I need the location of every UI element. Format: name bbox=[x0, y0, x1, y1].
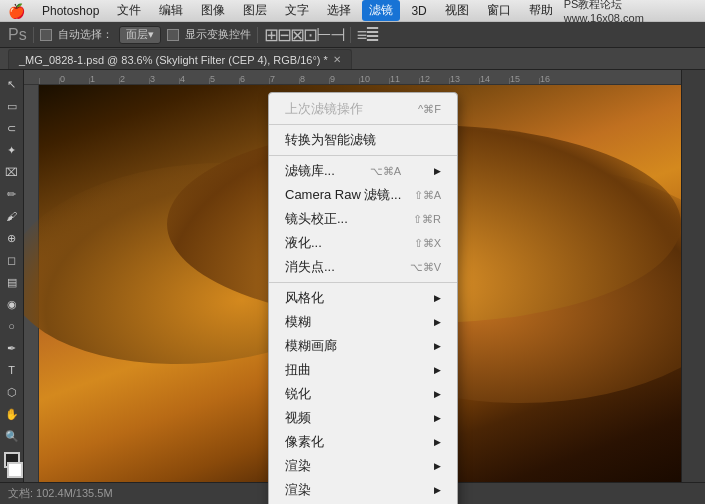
tool-wand[interactable]: ✦ bbox=[2, 140, 22, 160]
menu-edit[interactable]: 编辑 bbox=[152, 0, 190, 21]
menu-layer[interactable]: 图层 bbox=[236, 0, 274, 21]
menu-video[interactable]: 视频 bbox=[269, 406, 457, 430]
toolbar-divider-3 bbox=[350, 27, 351, 43]
menu-distort[interactable]: 扭曲 bbox=[269, 358, 457, 382]
menu-camera-raw[interactable]: Camera Raw 滤镜... ⇧⌘A bbox=[269, 183, 457, 207]
menu-help[interactable]: 帮助 bbox=[522, 0, 560, 21]
app-name-right: PS教程论坛 www.16x08.com bbox=[564, 0, 697, 24]
menu-3d[interactable]: 3D bbox=[404, 2, 433, 20]
tab-close-icon[interactable]: ✕ bbox=[333, 54, 341, 65]
apple-menu[interactable]: 🍎 bbox=[8, 3, 25, 19]
menu-vanishing-point[interactable]: 消失点... ⌥⌘V bbox=[269, 255, 457, 279]
align-icons: ⊞⊟⊠⊡⊢⊣ bbox=[264, 24, 344, 46]
auto-select-label: 自动选择： bbox=[40, 27, 113, 42]
filter-dropdown[interactable]: 上次滤镜操作 ^⌘F 转换为智能滤镜 滤镜库... ⌥⌘A Camera Raw… bbox=[268, 92, 458, 504]
menu-liquify[interactable]: 液化... ⇧⌘X bbox=[269, 231, 457, 255]
ruler-h-ticks: 0 1 2 3 4 5 6 7 8 9 10 11 12 13 14 15 16 bbox=[39, 70, 569, 84]
tool-dodge[interactable]: ○ bbox=[2, 316, 22, 336]
menu-filter-gallery[interactable]: 滤镜库... ⌥⌘A bbox=[269, 159, 457, 183]
tool-path[interactable]: ⬡ bbox=[2, 382, 22, 402]
tool-blur[interactable]: ◉ bbox=[2, 294, 22, 314]
tab-bar: _MG_0828-1.psd @ 83.6% (Skylight Filter … bbox=[0, 48, 705, 70]
menu-window[interactable]: 窗口 bbox=[480, 0, 518, 21]
tool-gradient[interactable]: ▤ bbox=[2, 272, 22, 292]
ruler-horizontal: 0 1 2 3 4 5 6 7 8 9 10 11 12 13 14 15 16 bbox=[24, 70, 681, 85]
tool-stamp[interactable]: ⊕ bbox=[2, 228, 22, 248]
tool-eraser[interactable]: ◻ bbox=[2, 250, 22, 270]
menu-lens-correction[interactable]: 镜头校正... ⇧⌘R bbox=[269, 207, 457, 231]
menu-photoshop[interactable]: Photoshop bbox=[35, 2, 106, 20]
auto-select-checkbox[interactable] bbox=[40, 29, 52, 41]
menu-text[interactable]: 文字 bbox=[278, 0, 316, 21]
tool-brush[interactable]: 🖌 bbox=[2, 206, 22, 226]
tool-zoom[interactable]: 🔍 bbox=[2, 426, 22, 446]
toolbar-divider-2 bbox=[257, 27, 258, 43]
sep-2 bbox=[269, 155, 457, 156]
mac-menubar: 🍎 Photoshop 文件 编辑 图像 图层 文字 选择 滤镜 3D 视图 窗… bbox=[0, 0, 705, 22]
menu-view[interactable]: 视图 bbox=[438, 0, 476, 21]
menu-last-filter[interactable]: 上次滤镜操作 ^⌘F bbox=[269, 97, 457, 121]
tool-lasso[interactable]: ⊂ bbox=[2, 118, 22, 138]
sep-3 bbox=[269, 282, 457, 283]
menu-select[interactable]: 选择 bbox=[320, 0, 358, 21]
tool-move[interactable]: ↖ bbox=[2, 74, 22, 94]
menu-color[interactable]: 渲染 bbox=[269, 478, 457, 502]
menu-stylize[interactable]: 风格化 bbox=[269, 286, 457, 310]
menu-pixelate[interactable]: 像素化 bbox=[269, 430, 457, 454]
background-color[interactable] bbox=[7, 462, 23, 478]
menu-render[interactable]: 渲染 bbox=[269, 454, 457, 478]
auto-select-dropdown[interactable]: 面层 ▾ bbox=[119, 26, 161, 44]
tab-label: _MG_0828-1.psd @ 83.6% (Skylight Filter … bbox=[19, 54, 328, 66]
toolbar-divider-1 bbox=[33, 27, 34, 43]
menu-blur[interactable]: 模糊 bbox=[269, 310, 457, 334]
menu-filter[interactable]: 滤镜 bbox=[362, 0, 400, 21]
tool-eyedropper[interactable]: ✏ bbox=[2, 184, 22, 204]
status-text: 文档: 102.4M/135.5M bbox=[8, 486, 113, 501]
document-tab[interactable]: _MG_0828-1.psd @ 83.6% (Skylight Filter … bbox=[8, 49, 352, 69]
menu-image[interactable]: 图像 bbox=[194, 0, 232, 21]
workspace: ↖ ▭ ⊂ ✦ ⌧ ✏ 🖌 ⊕ ◻ ▤ ◉ ○ ✒ T ⬡ ✋ 🔍 0 1 2 … bbox=[0, 70, 705, 482]
ps-logo-icon: Ps bbox=[8, 26, 27, 44]
tool-crop[interactable]: ⌧ bbox=[2, 162, 22, 182]
tool-select[interactable]: ▭ bbox=[2, 96, 22, 116]
show-transform-checkbox[interactable] bbox=[167, 29, 179, 41]
ps-toolbar: Ps 自动选择： 面层 ▾ 显示变换控件 ⊞⊟⊠⊡⊢⊣ ≡≣ bbox=[0, 22, 705, 48]
menu-file[interactable]: 文件 bbox=[110, 0, 148, 21]
tools-panel: ↖ ▭ ⊂ ✦ ⌧ ✏ 🖌 ⊕ ◻ ▤ ◉ ○ ✒ T ⬡ ✋ 🔍 bbox=[0, 70, 24, 482]
sep-1 bbox=[269, 124, 457, 125]
distribute-icons: ≡≣ bbox=[357, 24, 379, 46]
tool-hand[interactable]: ✋ bbox=[2, 404, 22, 424]
right-panel bbox=[681, 70, 705, 482]
tool-text[interactable]: T bbox=[2, 360, 22, 380]
show-transform-label: 显示变换控件 bbox=[167, 27, 251, 42]
menu-sharpen[interactable]: 锐化 bbox=[269, 382, 457, 406]
menu-convert-smart[interactable]: 转换为智能滤镜 bbox=[269, 128, 457, 152]
menu-blur-gallery[interactable]: 模糊画廊 bbox=[269, 334, 457, 358]
tool-pen[interactable]: ✒ bbox=[2, 338, 22, 358]
last-filter-shortcut: ^⌘F bbox=[418, 103, 441, 116]
